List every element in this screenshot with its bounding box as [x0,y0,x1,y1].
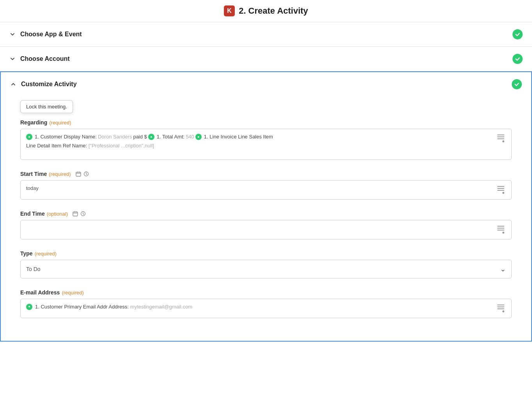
svg-rect-6 [76,211,76,213]
type-label: Type (required) [20,250,512,257]
end-time-field-group: End Time (optional) [20,211,512,239]
type-field-group: Type (required) To Do ⌄ [20,250,512,278]
choose-app-event-check [512,29,523,39]
email-dot: ● [26,304,32,310]
customize-activity-body: Lock this meeting. Regarding (required) … [1,96,531,341]
svg-rect-4 [73,212,78,216]
clock-icon-2 [80,211,86,217]
email-label: E-mail Address (required) [20,289,512,296]
regarding-required-badge: (required) [49,120,71,126]
type-dropdown-arrow: ⌄ [500,265,506,273]
type-dropdown-value: To Do [26,266,41,272]
email-required-badge: (required) [62,290,83,296]
email-field-group: E-mail Address (required) ● 1. Customer … [20,289,512,318]
email-input-box[interactable]: ● 1. Customer Primary Email Addr Address… [20,299,512,318]
choose-app-event-section: Choose App & Event [0,22,532,47]
customize-activity-section: Customize Activity Lock this meeting. Re… [0,71,532,342]
email-input-content: ● 1. Customer Primary Email Addr Address… [26,303,496,311]
page-header: K 2. Create Activity [0,0,532,22]
svg-rect-0 [76,172,81,177]
email-action-btn[interactable] [496,303,506,314]
chevron-up-icon [10,81,16,87]
choose-account-check [512,54,523,64]
svg-rect-5 [74,211,75,213]
end-time-label: End Time (optional) [20,211,512,217]
regarding-field-group: Regarding (required) ● 1. Customer Displ… [20,119,512,160]
chevron-down-icon [9,31,16,37]
regarding-input-content: ● 1. Customer Display Name: Doron Sander… [26,133,496,149]
start-time-required-badge: (required) [49,171,71,177]
start-time-label: Start Time (required) [20,171,512,177]
end-time-action-btn[interactable] [496,224,506,235]
choose-account-title: Choose Account [20,55,70,62]
calendar-icon-2 [72,211,78,217]
app-icon: K [224,5,235,16]
choose-account-section: Choose Account [0,47,532,71]
regarding-action-btn[interactable] [496,133,506,144]
start-time-input-box[interactable]: today [20,180,512,200]
regarding-dot-2: ● [148,134,154,140]
choose-app-event-header[interactable]: Choose App & Event [0,22,532,46]
end-time-input-box[interactable] [20,220,512,239]
start-time-action-btn[interactable] [496,184,506,195]
regarding-label: Regarding (required) [20,119,512,126]
customize-activity-check [512,79,522,89]
customize-activity-title: Customize Activity [21,81,77,88]
svg-rect-1 [77,172,78,173]
type-required-badge: (required) [35,251,57,257]
clock-icon [83,171,89,177]
type-dropdown[interactable]: To Do ⌄ [20,260,512,278]
start-time-value: today [26,184,496,192]
choose-account-header[interactable]: Choose Account [0,47,532,71]
start-time-field-group: Start Time (required) [20,171,512,200]
regarding-dot-1: ● [26,134,32,140]
customize-activity-header[interactable]: Customize Activity [1,72,531,96]
regarding-input-box[interactable]: ● 1. Customer Display Name: Doron Sander… [20,129,512,160]
calendar-icon [75,171,82,177]
page-title: 2. Create Activity [239,6,308,16]
svg-rect-2 [79,172,80,173]
chevron-down-icon-2 [9,56,16,62]
regarding-dot-3: ● [195,134,202,140]
choose-app-event-title: Choose App & Event [20,31,82,38]
end-time-optional-badge: (optional) [47,211,68,217]
tooltip-bubble: Lock this meeting. [20,100,73,113]
